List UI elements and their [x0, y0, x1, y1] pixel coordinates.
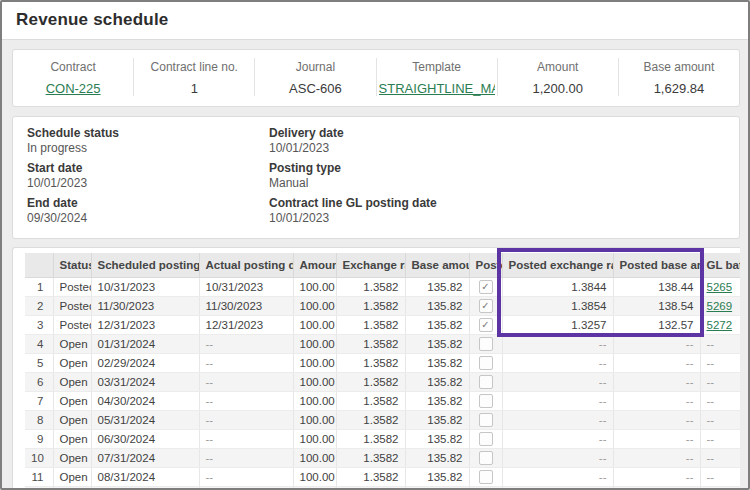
cell-base-amount: 135.82 — [405, 373, 469, 392]
cell-gl-batch: 5272 — [700, 316, 740, 335]
gl-batch-link[interactable]: 5272 — [707, 319, 733, 331]
cell-gl-batch: -- — [700, 373, 740, 392]
cell-amount: 100.00 — [293, 297, 336, 316]
col-header-scheduled-posting-date: Scheduled posting date — [91, 253, 199, 278]
cell-exchange-rate: 1.3582 — [336, 487, 405, 490]
col-header-exchange-rate: Exchange rate — [336, 253, 405, 278]
cell-status: Posted — [53, 316, 91, 335]
cell-amount: 100.00 — [293, 487, 336, 490]
cell-posted-exchange-rate: -- — [502, 354, 613, 373]
posted-checkbox-checked[interactable]: ✓ — [479, 299, 493, 313]
posting-type-value: Manual — [269, 177, 725, 190]
posted-checkbox-unchecked[interactable] — [479, 413, 493, 427]
journal-label: Journal — [255, 60, 375, 74]
cell-scheduled-posting-date: 05/31/2024 — [91, 411, 199, 430]
cell-amount: 100.00 — [293, 354, 336, 373]
cell-posted-exchange-rate: 1.3257 — [502, 316, 613, 335]
cell-posted-base-amount: -- — [613, 468, 700, 487]
cell-status: Open — [53, 487, 91, 490]
contract-line-gl-posting-date-value: 10/01/2023 — [269, 212, 725, 225]
posted-checkbox-checked[interactable]: ✓ — [479, 318, 493, 332]
table-row: 11Open08/31/2024--100.001.3582135.82----… — [25, 468, 740, 487]
cell-actual-posting-date: -- — [199, 487, 293, 490]
schedule-table-body: 1Posted10/31/202310/31/2023100.001.35821… — [25, 278, 740, 490]
cell-posted-exchange-rate: -- — [502, 411, 613, 430]
cell-posted-base-amount: -- — [613, 411, 700, 430]
cell-status: Open — [53, 411, 91, 430]
end-date-value: 09/30/2024 — [27, 212, 269, 225]
cell-actual-posting-date: 11/30/2023 — [199, 297, 293, 316]
summary-field-amount: Amount 1,200.00 — [498, 58, 619, 96]
cell-posted-exchange-rate: 1.3854 — [502, 297, 613, 316]
cell-row-number: 4 — [25, 335, 53, 354]
cell-posted — [469, 335, 502, 354]
cell-amount: 100.00 — [293, 373, 336, 392]
base-amount-value: 1,629.84 — [619, 81, 739, 96]
table-row: 12Open09/30/2024--100.001.3582135.82----… — [25, 487, 740, 490]
cell-gl-batch: 5269 — [700, 297, 740, 316]
table-row: 5Open02/29/2024--100.001.3582135.82-----… — [25, 354, 740, 373]
posted-checkbox-checked[interactable]: ✓ — [479, 280, 493, 294]
delivery-date-label: Delivery date — [269, 127, 725, 140]
summary-bar: Contract CON-225 Contract line no. 1 Jou… — [12, 49, 740, 107]
schedule-status-value: In progress — [27, 142, 269, 155]
cell-row-number: 8 — [25, 411, 53, 430]
cell-row-number: 10 — [25, 449, 53, 468]
cell-row-number: 6 — [25, 373, 53, 392]
cell-posted — [469, 430, 502, 449]
cell-posted: ✓ — [469, 316, 502, 335]
cell-amount: 100.00 — [293, 316, 336, 335]
content-area: Contract CON-225 Contract line no. 1 Jou… — [2, 40, 748, 490]
cell-status: Open — [53, 430, 91, 449]
template-link[interactable]: STRAIGHTLINE_MANUA — [379, 81, 495, 96]
posted-checkbox-unchecked[interactable] — [479, 394, 493, 408]
cell-scheduled-posting-date: 04/30/2024 — [91, 392, 199, 411]
posted-checkbox-unchecked[interactable] — [479, 451, 493, 465]
col-header-posted-base-amount: Posted base amount — [613, 253, 700, 278]
cell-posted-exchange-rate: -- — [502, 335, 613, 354]
cell-gl-batch: -- — [700, 392, 740, 411]
cell-status: Open — [53, 335, 91, 354]
posted-checkbox-unchecked[interactable] — [479, 470, 493, 484]
gl-batch-link[interactable]: 5265 — [707, 281, 733, 293]
details-left-column: Schedule status In progress Start date 1… — [27, 127, 269, 232]
posted-checkbox-unchecked[interactable] — [479, 337, 493, 351]
start-date-value: 10/01/2023 — [27, 177, 269, 190]
cell-actual-posting-date: -- — [199, 449, 293, 468]
end-date-label: End date — [27, 197, 269, 210]
cell-base-amount: 135.82 — [405, 278, 469, 297]
table-row: 7Open04/30/2024--100.001.3582135.82-----… — [25, 392, 740, 411]
cell-posted — [469, 354, 502, 373]
cell-row-number: 1 — [25, 278, 53, 297]
gl-batch-link[interactable]: 5269 — [707, 300, 733, 312]
schedule-table: Status Scheduled posting date Actual pos… — [25, 253, 740, 490]
schedule-status-label: Schedule status — [27, 127, 269, 140]
cell-actual-posting-date: -- — [199, 392, 293, 411]
posted-checkbox-unchecked[interactable] — [479, 356, 493, 370]
cell-scheduled-posting-date: 11/30/2023 — [91, 297, 199, 316]
cell-amount: 100.00 — [293, 278, 336, 297]
cell-exchange-rate: 1.3582 — [336, 335, 405, 354]
cell-posted-base-amount: -- — [613, 487, 700, 490]
col-header-actual-posting-date: Actual posting date — [199, 253, 293, 278]
table-row: 9Open06/30/2024--100.001.3582135.82-----… — [25, 430, 740, 449]
contract-link[interactable]: CON-225 — [46, 81, 101, 96]
cell-scheduled-posting-date: 10/31/2023 — [91, 278, 199, 297]
cell-posted-base-amount: 132.57 — [613, 316, 700, 335]
contract-line-no-value: 1 — [134, 81, 254, 96]
cell-amount: 100.00 — [293, 335, 336, 354]
cell-amount: 100.00 — [293, 411, 336, 430]
cell-row-number: 12 — [25, 487, 53, 490]
title-bar: Revenue schedule — [2, 2, 748, 40]
cell-row-number: 5 — [25, 354, 53, 373]
cell-exchange-rate: 1.3582 — [336, 449, 405, 468]
summary-field-journal: Journal ASC-606 — [255, 58, 376, 96]
cell-status: Open — [53, 449, 91, 468]
summary-field-template: Template STRAIGHTLINE_MANUA — [377, 58, 498, 96]
cell-gl-batch: -- — [700, 487, 740, 490]
posted-checkbox-unchecked[interactable] — [479, 375, 493, 389]
posted-checkbox-unchecked[interactable] — [479, 432, 493, 446]
cell-exchange-rate: 1.3582 — [336, 278, 405, 297]
cell-exchange-rate: 1.3582 — [336, 297, 405, 316]
cell-gl-batch: -- — [700, 354, 740, 373]
